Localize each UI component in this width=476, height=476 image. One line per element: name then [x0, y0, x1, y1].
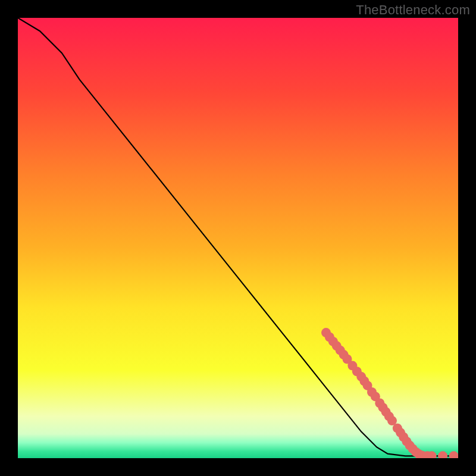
curve-marker	[449, 451, 459, 461]
chart-frame: { "watermark": "TheBottleneck.com", "cha…	[0, 0, 476, 476]
curve-marker	[427, 451, 437, 461]
curve-marker	[438, 451, 447, 461]
plot-background	[18, 18, 458, 458]
bottleneck-chart	[0, 0, 476, 476]
